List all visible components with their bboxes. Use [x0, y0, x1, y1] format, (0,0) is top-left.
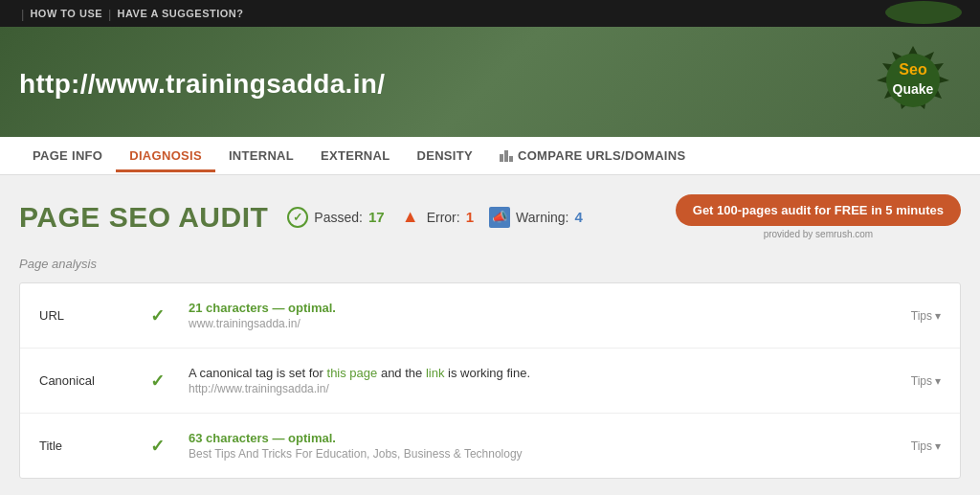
- row-status-canonical: ✓: [150, 371, 173, 392]
- row-label-canonical: Canonical: [39, 373, 135, 388]
- passed-label: Passed:: [314, 210, 363, 225]
- warning-count: 4: [575, 209, 583, 225]
- chevron-down-icon: ▾: [935, 374, 941, 388]
- cta-section: Get 100-pages audit for FREE in 5 minute…: [676, 194, 961, 239]
- separator-2: |: [108, 7, 111, 21]
- row-label-url: URL: [39, 308, 135, 323]
- tips-url[interactable]: Tips ▾: [911, 309, 941, 323]
- tab-diagnosis[interactable]: DIAGNOSIS: [116, 139, 215, 172]
- suggestion-link[interactable]: HAVE A SUGGESTION?: [117, 8, 243, 19]
- row-content-title: 63 characters — optimal. Best Tips And T…: [189, 431, 896, 461]
- row-sub-url: www.trainingsadda.in/: [189, 317, 896, 330]
- bar-chart-icon: [500, 150, 513, 162]
- tab-compare-urls[interactable]: COMPARE URLS/DOMAINS: [486, 139, 699, 172]
- table-row: URL ✓ 21 characters — optimal. www.train…: [20, 283, 960, 349]
- section-label: Page analysis: [19, 257, 961, 271]
- tips-title[interactable]: Tips ▾: [911, 439, 941, 453]
- tab-external[interactable]: EXTERNAL: [307, 139, 403, 172]
- provided-by: provided by semrush.com: [764, 229, 874, 239]
- row-sub-title: Best Tips And Tricks For Education, Jobs…: [189, 447, 896, 461]
- row-status-title: ✓: [150, 436, 173, 457]
- chevron-down-icon: ▾: [935, 309, 941, 323]
- tips-canonical[interactable]: Tips ▾: [911, 374, 941, 388]
- page-url: http://www.trainingsadda.in/: [19, 69, 385, 100]
- row-main-title: 63 characters — optimal.: [189, 431, 896, 445]
- audit-header: PAGE SEO AUDIT ✓ Passed: 17 ▲ Error: 1 📣…: [19, 194, 961, 239]
- row-label-title: Title: [39, 439, 135, 453]
- top-navigation: | HOW TO USE | HAVE A SUGGESTION?: [0, 0, 980, 27]
- warning-stat: 📣 Warning: 4: [489, 207, 583, 228]
- seoquake-logo: [883, 0, 965, 25]
- error-stat: ▲ Error: 1: [400, 207, 474, 228]
- chevron-down-icon: ▾: [935, 439, 941, 453]
- warning-icon: 📣: [489, 207, 510, 228]
- how-to-use-link[interactable]: HOW TO USE: [30, 8, 102, 19]
- passed-stat: ✓ Passed: 17: [287, 207, 384, 228]
- audit-title: PAGE SEO AUDIT: [19, 201, 268, 234]
- table-row: Canonical ✓ A canonical tag is set for t…: [20, 349, 960, 414]
- tab-page-info[interactable]: PAGE INFO: [19, 139, 116, 172]
- row-content-canonical: A canonical tag is set for this page and…: [189, 366, 896, 395]
- error-icon: ▲: [400, 207, 421, 228]
- svg-text:Seo: Seo: [899, 61, 927, 78]
- check-icon: ✓: [287, 207, 308, 228]
- warning-label: Warning:: [516, 210, 569, 225]
- error-count: 1: [466, 209, 474, 225]
- svg-text:Quake: Quake: [893, 81, 934, 97]
- main-content: PAGE SEO AUDIT ✓ Passed: 17 ▲ Error: 1 📣…: [0, 175, 980, 495]
- row-main-url: 21 characters — optimal.: [189, 301, 896, 315]
- error-label: Error:: [427, 210, 460, 225]
- row-content-url: 21 characters — optimal. www.trainingsad…: [189, 301, 896, 330]
- row-status-url: ✓: [150, 305, 173, 326]
- passed-count: 17: [368, 209, 385, 225]
- row-sub-canonical: http://www.trainingsadda.in/: [189, 382, 896, 395]
- table-row: Title ✓ 63 characters — optimal. Best Ti…: [20, 414, 960, 478]
- audit-stats: ✓ Passed: 17 ▲ Error: 1 📣 Warning: 4: [287, 207, 656, 228]
- audit-table: URL ✓ 21 characters — optimal. www.train…: [19, 282, 961, 479]
- tab-density[interactable]: DENSITY: [404, 139, 486, 172]
- cta-button[interactable]: Get 100-pages audit for FREE in 5 minute…: [676, 194, 961, 226]
- logo-container: Seo Quake: [865, 44, 961, 124]
- svg-point-0: [885, 1, 962, 24]
- logo-area: [883, 0, 965, 28]
- separator-1: |: [21, 7, 24, 21]
- tab-internal[interactable]: INTERNAL: [215, 139, 307, 172]
- tabs-bar: PAGE INFO DIAGNOSIS INTERNAL EXTERNAL DE…: [0, 137, 980, 175]
- seoquake-logo-large: Seo Quake: [865, 44, 961, 121]
- header: http://www.trainingsadda.in/ Seo Quake: [0, 27, 980, 137]
- row-main-canonical: A canonical tag is set for this page and…: [189, 366, 896, 380]
